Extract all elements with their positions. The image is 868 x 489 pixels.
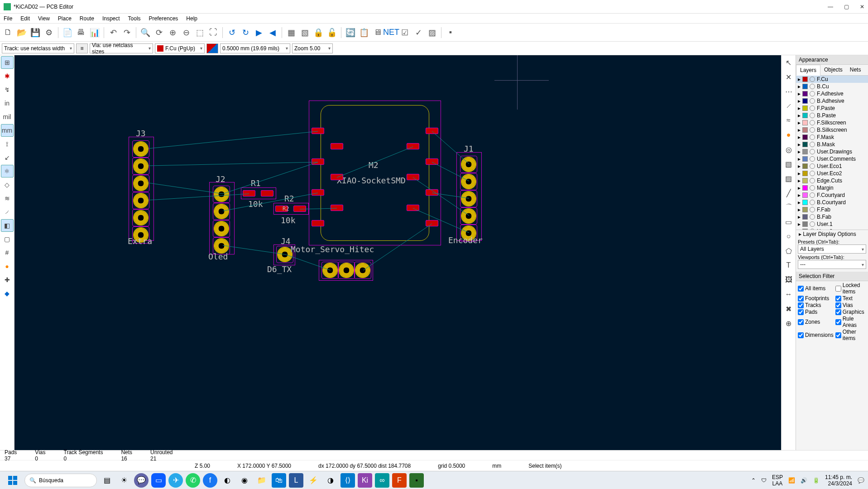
unlock-icon[interactable]: 🔓: [326, 26, 338, 39]
tray-clock[interactable]: 11:45 p. m.: [825, 474, 852, 480]
add-rule-area-icon[interactable]: ▨: [782, 172, 795, 185]
layer-pair-button[interactable]: [206, 43, 218, 53]
plot-icon[interactable]: 📊: [88, 26, 101, 39]
filter-pads[interactable]: Pads: [798, 309, 834, 315]
tray-wifi-icon[interactable]: 📶: [788, 477, 795, 484]
filter-other-items[interactable]: Other items: [835, 329, 866, 341]
zoom-icon[interactable]: ▭: [151, 473, 166, 488]
arduino-icon[interactable]: ∞: [375, 473, 389, 488]
menu-preferences[interactable]: Preferences: [149, 15, 178, 22]
rotate-cw-icon[interactable]: ↻: [239, 26, 252, 39]
menu-tools[interactable]: Tools: [128, 15, 141, 22]
add-dimension-icon[interactable]: ↔: [782, 288, 795, 301]
zoom-selection-icon[interactable]: ⛶: [207, 26, 220, 39]
layer-b-cu[interactable]: ▸B.Cu: [796, 83, 868, 90]
weather-icon[interactable]: ☀: [117, 473, 131, 488]
mirror-h-icon[interactable]: ▶: [253, 26, 265, 39]
pad-numbers-icon[interactable]: #: [1, 246, 14, 259]
units-in-icon[interactable]: in: [1, 97, 14, 110]
layer-list[interactable]: ▸F.Cu▸B.Cu▸F.Adhesive▸B.Adhesive▸F.Paste…: [796, 76, 868, 230]
drc-icon[interactable]: ☑: [398, 26, 411, 39]
layer-b-silkscreen[interactable]: ▸B.Silkscreen: [796, 126, 868, 134]
layer-b-courtyard[interactable]: ▸B.Courtyard: [796, 199, 868, 206]
copilot-icon[interactable]: ◐: [220, 473, 235, 488]
store-icon[interactable]: 🛍: [272, 473, 286, 488]
high-contrast-icon[interactable]: ◧: [1, 219, 14, 232]
layer-f-fab[interactable]: ▸F.Fab: [796, 206, 868, 213]
todoist-icon[interactable]: ◑: [323, 473, 338, 488]
track-width-select[interactable]: Track: use netclass width: [2, 43, 74, 53]
layer-manager-icon[interactable]: ✚: [1, 273, 14, 286]
layer-b-mask[interactable]: ▸B.Mask: [796, 141, 868, 148]
new-icon[interactable]: 🗋: [2, 26, 14, 39]
layer-f-courtyard[interactable]: ▸F.Courtyard: [796, 192, 868, 199]
tray-lang[interactable]: ESP: [772, 474, 783, 480]
close-button[interactable]: ✕: [860, 4, 864, 10]
grid-visibility-icon[interactable]: ⊞: [1, 56, 14, 69]
layer-user-comments[interactable]: ▸User.Comments: [796, 155, 868, 163]
find-icon[interactable]: 🔍: [139, 26, 152, 39]
zone-outline-icon[interactable]: ▢: [1, 233, 14, 245]
delete-icon[interactable]: ✖: [782, 302, 795, 315]
filter-dimensions[interactable]: Dimensions: [798, 329, 834, 341]
zoom-select[interactable]: Zoom 5.00: [292, 43, 333, 53]
taskbar-search[interactable]: 🔍 Búsqueda: [24, 474, 97, 487]
add-text-icon[interactable]: T: [782, 259, 795, 272]
add-image-icon[interactable]: 🖼: [782, 273, 795, 286]
app1-icon[interactable]: ⚡: [306, 473, 321, 488]
minimize-button[interactable]: —: [828, 4, 833, 10]
draw-line-icon[interactable]: ╱: [782, 187, 795, 199]
start-button[interactable]: [4, 473, 22, 488]
via-size-select[interactable]: Via: use netclass sizes: [90, 43, 153, 53]
telegram-icon[interactable]: ✈: [168, 473, 183, 488]
save-icon[interactable]: 💾: [29, 26, 42, 39]
redo-icon[interactable]: ↷: [120, 26, 133, 39]
print-icon[interactable]: 🖶: [75, 26, 87, 39]
layer-f-adhesive[interactable]: ▸F.Adhesive: [796, 90, 868, 97]
open-icon[interactable]: 📂: [15, 26, 28, 39]
show-ratsnest-icon[interactable]: ✓: [412, 26, 425, 39]
ratsnest-toggle-icon[interactable]: ✱: [1, 70, 14, 82]
filter-vias[interactable]: Vias: [835, 302, 866, 308]
filter-rule-areas[interactable]: Rule Areas: [835, 316, 866, 328]
net-names-icon[interactable]: ●: [1, 260, 14, 273]
filter-footprints[interactable]: Footprints: [798, 295, 834, 302]
teams-icon[interactable]: 💬: [134, 473, 149, 488]
draw-polygon-icon[interactable]: ⬠: [782, 244, 795, 257]
3d-toggle-icon[interactable]: ◆: [1, 287, 14, 300]
zoom-fit-icon[interactable]: ⬚: [193, 26, 206, 39]
zoom-in-icon[interactable]: ⊕: [166, 26, 179, 39]
lock-icon[interactable]: 🔒: [312, 26, 325, 39]
menu-file[interactable]: File: [4, 15, 12, 22]
mirror-v-icon[interactable]: ◀: [266, 26, 279, 39]
grid-select[interactable]: 0.5000 mm (19.69 mils): [220, 43, 290, 53]
ratsnest-visibility-icon[interactable]: ⚛: [1, 165, 14, 177]
whatsapp-icon[interactable]: ✆: [186, 473, 200, 488]
group-icon[interactable]: ▦: [285, 26, 297, 39]
outline-mode-icon[interactable]: ◇: [1, 178, 14, 191]
linkedin-icon[interactable]: L: [289, 473, 303, 488]
units-mm-icon[interactable]: mm: [1, 124, 14, 137]
set-origin-icon[interactable]: ⊕: [782, 317, 795, 330]
tab-objects[interactable]: Objects: [820, 65, 846, 75]
undo-icon[interactable]: ↶: [107, 26, 120, 39]
draw-rect-icon[interactable]: ▭: [782, 216, 795, 228]
presets-select[interactable]: All Layers: [798, 244, 866, 254]
units-mil-icon[interactable]: mil: [1, 110, 14, 123]
filter-graphics[interactable]: Graphics: [835, 309, 866, 315]
tray-volume-icon[interactable]: 🔊: [801, 477, 807, 484]
layer-b-fab[interactable]: ▸B.Fab: [796, 213, 868, 221]
track-outline-icon[interactable]: ⟋: [1, 206, 14, 218]
menu-help[interactable]: Help: [186, 15, 197, 22]
draw-arc-icon[interactable]: ⌒: [782, 201, 795, 214]
local-ratsnest-icon[interactable]: ⋯: [782, 85, 795, 98]
update-pcb-icon[interactable]: 🔄: [344, 26, 357, 39]
refresh-icon[interactable]: ⟳: [153, 26, 165, 39]
filter-all-items[interactable]: All items: [798, 282, 834, 295]
explorer-icon[interactable]: 📁: [254, 473, 269, 488]
board-setup-icon[interactable]: ⚙: [43, 26, 55, 39]
select-tool-icon[interactable]: ↖: [782, 56, 795, 69]
menu-place[interactable]: Place: [58, 15, 72, 22]
page-settings-icon[interactable]: 📄: [61, 26, 74, 39]
tab-nets[interactable]: Nets: [846, 65, 865, 75]
